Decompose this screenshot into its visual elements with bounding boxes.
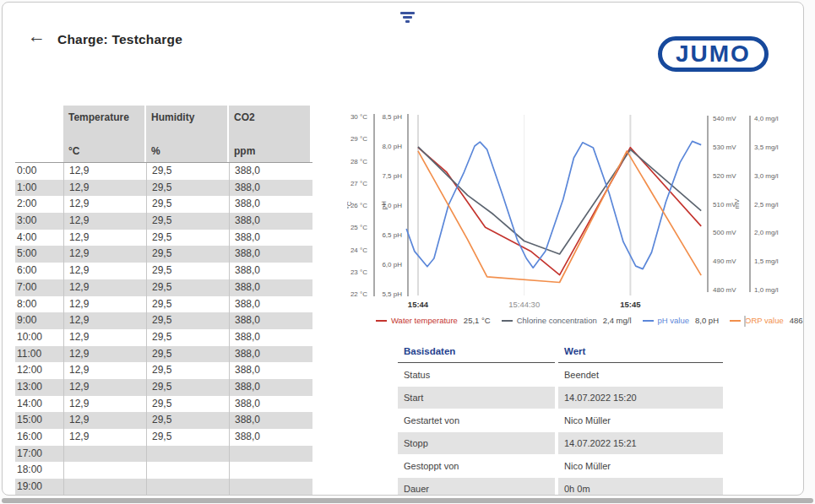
table-cell-time: 14:00	[15, 396, 63, 413]
legend-item-value: 486,5 mV	[790, 316, 804, 325]
table-row: 8:0012,929,5388,0	[15, 296, 312, 313]
basisdaten-value-cell: 0h 0m	[558, 478, 723, 496]
y-tick-label: 24 °C	[350, 247, 367, 254]
table-cell: 29,5	[146, 163, 229, 180]
table-row: 12:0012,929,5388,0	[15, 362, 312, 379]
legend-item-value: 8,0 pH	[695, 316, 719, 325]
table-cell-time: 12:00	[15, 362, 63, 379]
y-axis-unit-label-ph: pH	[380, 201, 388, 209]
table-cell: 29,5	[146, 180, 229, 197]
table-cell: 29,5	[146, 412, 229, 429]
table-cell-time: 6:00	[15, 263, 63, 279]
series-ph_value[interactable]	[406, 141, 701, 268]
table-row: 14:0012,929,5388,0	[15, 396, 312, 413]
legend-item[interactable]: pH value8,0 pH	[643, 316, 720, 325]
x-tick-label: 15:44:30	[508, 300, 540, 309]
legend-color-dash	[376, 320, 387, 322]
table-cell	[63, 446, 146, 463]
table-cell-time: 0:00	[15, 163, 63, 180]
y-tick-label: 4,0 mg/l	[754, 115, 779, 122]
y-tick-label: 490 mV	[713, 257, 736, 265]
table-cell: 12,9	[63, 379, 146, 396]
basisdaten-label-cell: Gestoppt von	[398, 455, 555, 477]
basisdaten-label-cell: Gestartet von	[398, 409, 555, 431]
table-cell: 12,9	[63, 329, 146, 346]
table-cell-time: 16:00	[15, 429, 63, 446]
legend-item[interactable]: ORP value486,5 mV	[730, 316, 804, 325]
table-row: 18:00	[15, 462, 312, 479]
basisdaten-row: Start14.07.2022 15:20	[398, 387, 723, 409]
table-cell	[146, 462, 229, 479]
x-tick-label: 15:45	[620, 300, 641, 309]
filter-list-icon[interactable]	[400, 12, 415, 23]
table-cell-time: 3:00	[15, 213, 63, 230]
table-cell: 12,9	[63, 230, 146, 247]
legend-item[interactable]: Chlorine concentration2,4 mg/l	[502, 316, 632, 325]
table-cell: 388,0	[229, 379, 312, 396]
table-cell: 12,9	[63, 296, 146, 313]
basisdaten-label-cell: Start	[398, 387, 555, 409]
chart-canvas[interactable]: 15:4415:44:3015:4530 °C29 °C28 °C27 °C26…	[347, 102, 804, 313]
basisdaten-header-cell: Basisdaten	[398, 346, 555, 363]
table-body: 0:0012,929,5388,01:0012,929,5388,02:0012…	[15, 163, 312, 496]
table-cell: 29,5	[146, 379, 229, 396]
legend-color-dash	[502, 320, 513, 322]
table-cell: 12,9	[63, 362, 146, 379]
y-tick-label: 530 mV	[713, 144, 736, 151]
table-cell: 12,9	[63, 163, 146, 180]
page-title: Charge: Testcharge	[57, 32, 182, 47]
table-cell: 388,0	[229, 346, 312, 363]
basisdaten-row: StatusBeendet	[398, 364, 723, 386]
table-cell-time: 7:00	[15, 279, 63, 296]
legend-item-label: pH value	[658, 316, 690, 325]
table-cell: 29,5	[146, 196, 229, 213]
y-tick-label: 6,0 pH	[382, 261, 402, 268]
table-row: 0:0012,929,5388,0	[15, 163, 312, 180]
y-tick-label: 23 °C	[350, 268, 367, 276]
legend-color-dash	[643, 320, 654, 322]
legend-scrollbar[interactable]	[744, 316, 746, 327]
table-cell-time: 11:00	[15, 346, 63, 363]
table-row: 6:0012,929,5388,0	[15, 263, 312, 279]
table-cell-time: 15:00	[15, 412, 63, 429]
table-cell: 12,9	[63, 312, 146, 329]
table-cell-time: 19:00	[15, 479, 63, 496]
table-cell: 12,9	[63, 279, 146, 296]
table-cell: 12,9	[63, 213, 146, 230]
legend-color-dash	[730, 320, 741, 322]
table-row: 1:0012,929,5388,0	[15, 180, 312, 197]
table-cell: 29,5	[146, 396, 229, 413]
table-cell-time: 17:00	[15, 446, 63, 463]
table-header-row: Temperature°CHumidity%CO2ppm	[15, 106, 312, 163]
y-tick-label: 29 °C	[350, 135, 367, 143]
table-cell: 388,0	[229, 263, 312, 279]
column-name: Humidity	[151, 111, 227, 123]
table-row: 17:00	[15, 446, 312, 463]
table-row: 7:0012,929,5388,0	[15, 279, 312, 296]
y-tick-label: 22 °C	[350, 290, 367, 298]
table-row: 9:0012,929,5388,0	[15, 312, 312, 329]
table-cell-time: 9:00	[15, 312, 63, 329]
table-cell: 29,5	[146, 246, 229, 263]
table-row: 3:0012,929,5388,0	[15, 213, 312, 230]
table-cell-time: 13:00	[15, 379, 63, 396]
y-tick-label: 480 mV	[713, 286, 736, 294]
legend-item[interactable]: Water temperature25,1 °C	[376, 316, 491, 325]
series-chlorine_concentration[interactable]	[418, 147, 701, 254]
basisdaten-row: Dauer0h 0m	[398, 478, 723, 496]
y-tick-label: 1,0 mg/l	[754, 286, 779, 294]
y-axis-unit-label-temp: °C	[347, 201, 353, 209]
y-tick-label: 3,5 mg/l	[754, 144, 779, 151]
table-cell-time: 5:00	[15, 246, 63, 263]
table-cell: 29,5	[146, 279, 229, 296]
series-orp_value[interactable]	[418, 151, 701, 283]
y-tick-label: 2,0 mg/l	[754, 229, 779, 236]
table-cell: 388,0	[229, 180, 312, 197]
legend-item-label: ORP value	[745, 316, 784, 325]
legend-item-label: Chlorine concentration	[517, 316, 597, 325]
table-cell: 388,0	[229, 329, 312, 346]
back-button[interactable]: ←	[28, 28, 46, 45]
app-card: ← Charge: Testcharge JUMO Temperature°CH…	[2, 2, 804, 496]
table-cell: 12,9	[63, 429, 146, 446]
table-row: 2:0012,929,5388,0	[15, 196, 312, 213]
